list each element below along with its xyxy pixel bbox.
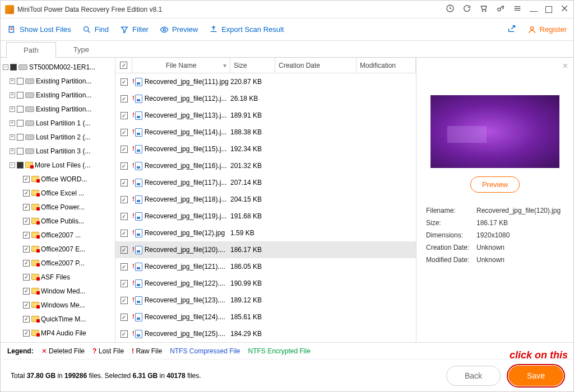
row-checkbox[interactable]	[121, 314, 128, 321]
checkbox[interactable]	[23, 190, 30, 197]
col-filename[interactable]: File Name▾	[132, 58, 230, 73]
col-creation-date[interactable]: Creation Date	[275, 58, 357, 73]
file-row[interactable]: !Recovered_jpg_file(114).j...188.38 KB	[115, 124, 416, 141]
close-preview-icon[interactable]: ×	[563, 61, 568, 71]
export-button[interactable]: Export Scan Result	[209, 25, 284, 34]
save-button[interactable]: Save	[508, 366, 563, 386]
collapse-icon[interactable]: −	[10, 162, 15, 168]
refresh-icon[interactable]	[462, 4, 471, 15]
checkbox[interactable]	[23, 302, 30, 309]
row-checkbox[interactable]	[121, 146, 128, 153]
checkbox[interactable]	[17, 134, 24, 141]
checkbox[interactable]	[17, 162, 24, 169]
tree-subitem[interactable]: Windows Me...	[1, 298, 115, 312]
expand-icon[interactable]: +	[10, 120, 15, 126]
file-row[interactable]: !Recovered_jpg_file(112).j...26.18 KB	[115, 90, 416, 107]
checkbox[interactable]	[23, 218, 30, 225]
file-row[interactable]: !Recovered_jpg_file(111).jpg220.87 KB	[115, 73, 416, 90]
tree-subitem[interactable]: Office Publis...	[1, 214, 115, 228]
row-checkbox[interactable]	[121, 263, 128, 270]
col-modification[interactable]: Modification	[357, 58, 416, 73]
grid-body[interactable]: !Recovered_jpg_file(111).jpg220.87 KB!Re…	[115, 73, 416, 342]
file-row[interactable]: !Recovered_jpg_file(121)....186.05 KB	[115, 258, 416, 275]
col-size[interactable]: Size	[230, 58, 275, 73]
tree-subitem[interactable]: Office2007 ...	[1, 228, 115, 242]
tree-item[interactable]: +Existing Partition...	[1, 88, 115, 102]
file-row[interactable]: !Recovered_jpg_file(124)....185.61 KB	[115, 309, 416, 325]
back-button[interactable]: Back	[446, 366, 501, 386]
row-checkbox[interactable]	[121, 297, 128, 304]
tab-type[interactable]: Type	[56, 41, 107, 57]
expand-icon[interactable]: +	[10, 92, 15, 98]
checkbox[interactable]	[23, 232, 30, 239]
row-checkbox[interactable]	[121, 95, 128, 102]
maximize-icon[interactable]	[545, 6, 552, 13]
tree-subitem[interactable]: Office2007 P...	[1, 256, 115, 270]
row-checkbox[interactable]	[121, 78, 128, 86]
row-checkbox[interactable]	[121, 213, 128, 220]
find-button[interactable]: Find	[82, 25, 109, 34]
tree-subitem[interactable]: Office WORD...	[1, 172, 115, 186]
checkbox[interactable]	[23, 330, 30, 337]
row-checkbox[interactable]	[121, 129, 128, 136]
file-row[interactable]: !Recovered_jpg_file(120)....186.17 KB	[115, 241, 416, 258]
checkbox[interactable]	[23, 246, 30, 253]
select-all-checkbox[interactable]	[120, 62, 127, 69]
checkbox[interactable]	[23, 274, 30, 281]
preview-button[interactable]: Preview	[160, 25, 198, 34]
checkbox[interactable]	[17, 106, 24, 113]
tree-item[interactable]: +Existing Partition...	[1, 74, 115, 88]
share-icon[interactable]	[507, 24, 516, 35]
tree-subitem[interactable]: ASF Files	[1, 270, 115, 284]
checkbox[interactable]	[10, 64, 17, 71]
file-row[interactable]: !Recovered_jpg_file(125)....184.29 KB	[115, 325, 416, 342]
cart-icon[interactable]	[479, 4, 488, 15]
filter-button[interactable]: Filter	[120, 25, 149, 34]
file-row[interactable]: !Recovered_jpg_file(113).j...189.91 KB	[115, 107, 416, 124]
checkbox[interactable]	[17, 92, 24, 99]
expand-icon[interactable]: +	[10, 148, 15, 154]
speed-icon[interactable]	[446, 4, 455, 15]
row-checkbox[interactable]	[121, 246, 128, 254]
tree-item[interactable]: +Existing Partition...	[1, 102, 115, 116]
expand-icon[interactable]: +	[10, 106, 15, 112]
checkbox[interactable]	[17, 120, 24, 127]
tree-subitem[interactable]: Office2007 E...	[1, 242, 115, 256]
row-checkbox[interactable]	[121, 330, 128, 338]
tree-subitem[interactable]: MP4 Audio File	[1, 326, 115, 340]
tree-subitem[interactable]: QuickTime M...	[1, 312, 115, 326]
row-checkbox[interactable]	[121, 179, 128, 186]
key-icon[interactable]	[496, 4, 505, 15]
tree-panel[interactable]: − ST500DM002-1ER1... +Existing Partition…	[1, 58, 115, 342]
file-row[interactable]: !Recovered_jpg_file(117).j...207.14 KB	[115, 174, 416, 191]
menu-icon[interactable]	[513, 4, 522, 15]
row-checkbox[interactable]	[121, 230, 128, 237]
checkbox[interactable]	[23, 260, 30, 267]
tree-more-lost[interactable]: − More Lost Files (...	[1, 158, 115, 172]
close-icon[interactable]	[560, 4, 569, 15]
file-row[interactable]: !Recovered_jpg_file(12).jpg1.59 KB	[115, 225, 416, 241]
tree-subitem[interactable]: Office Excel ...	[1, 186, 115, 200]
row-checkbox[interactable]	[121, 112, 128, 119]
file-row[interactable]: !Recovered_jpg_file(119).j...191.68 KB	[115, 208, 416, 225]
show-lost-files-button[interactable]: Show Lost Files	[7, 25, 71, 34]
preview-open-button[interactable]: Preview	[470, 176, 520, 193]
row-checkbox[interactable]	[121, 162, 128, 170]
tree-subitem[interactable]: Office Power...	[1, 200, 115, 214]
file-row[interactable]: !Recovered_jpg_file(122)....190.99 KB	[115, 275, 416, 292]
file-row[interactable]: !Recovered_jpg_file(115).j...192.34 KB	[115, 141, 416, 157]
collapse-icon[interactable]: −	[3, 64, 8, 70]
tab-path[interactable]: Path	[6, 42, 56, 58]
row-checkbox[interactable]	[121, 196, 128, 203]
register-button[interactable]: Register	[527, 25, 567, 34]
file-row[interactable]: !Recovered_jpg_file(123)....189.12 KB	[115, 292, 416, 309]
tree-subitem[interactable]: Window Med...	[1, 284, 115, 298]
checkbox[interactable]	[23, 288, 30, 295]
checkbox[interactable]	[17, 148, 24, 155]
minimize-icon[interactable]	[530, 7, 538, 12]
tree-item[interactable]: +Lost Partition 1 (...	[1, 116, 115, 130]
expand-icon[interactable]: +	[10, 134, 15, 140]
tree-item[interactable]: +Lost Partition 2 (...	[1, 130, 115, 144]
tree-root[interactable]: − ST500DM002-1ER1...	[1, 60, 115, 74]
tree-item[interactable]: +Lost Partition 3 (...	[1, 144, 115, 158]
